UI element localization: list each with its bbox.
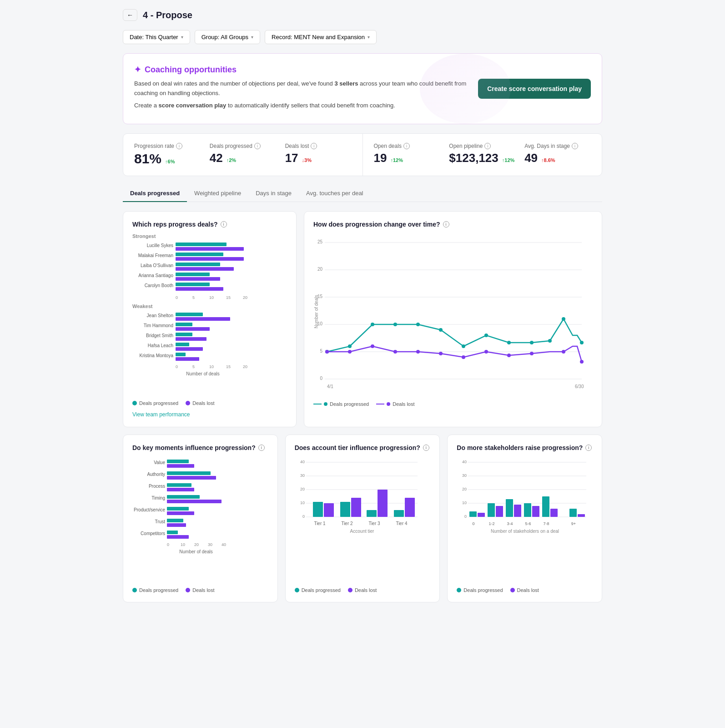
svg-rect-125 (378, 490, 388, 517)
svg-rect-12 (176, 277, 220, 281)
tab-weighted-pipeline[interactable]: Weighted pipeline (187, 185, 248, 202)
svg-rect-153 (569, 509, 577, 517)
svg-text:Number of deals: Number of deals (186, 371, 219, 376)
record-filter[interactable]: Record: MENT New and Expansion ▾ (265, 30, 377, 44)
svg-text:20: 20 (317, 267, 323, 272)
chevron-down-icon: ▾ (368, 35, 370, 40)
purple-line (376, 404, 384, 404)
svg-rect-5 (176, 253, 223, 256)
svg-text:Value: Value (154, 460, 165, 465)
coaching-card: ✦ Coaching opportunities Based on deal w… (123, 53, 602, 124)
svg-point-75 (462, 355, 465, 359)
group-filter[interactable]: Group: All Groups ▾ (195, 30, 260, 44)
purple-dot (186, 401, 190, 405)
info-icon[interactable]: i (484, 143, 491, 149)
svg-text:10: 10 (300, 500, 305, 505)
svg-text:Tier 2: Tier 2 (341, 521, 353, 526)
svg-text:0: 0 (320, 376, 322, 381)
svg-text:Jean Shelton: Jean Shelton (147, 313, 173, 318)
svg-point-66 (548, 339, 552, 343)
svg-rect-24 (176, 317, 230, 321)
coaching-content: ✦ Coaching opportunities Based on deal w… (134, 65, 478, 113)
svg-text:0: 0 (176, 295, 178, 300)
svg-point-57 (348, 344, 352, 348)
svg-text:5-6: 5-6 (525, 521, 531, 526)
svg-text:Carolyn Booth: Carolyn Booth (145, 283, 173, 288)
svg-text:Weakest: Weakest (132, 303, 153, 309)
svg-rect-148 (514, 505, 521, 517)
teal-dot (295, 588, 299, 592)
tab-avg-touches[interactable]: Avg. touches per deal (299, 185, 371, 202)
svg-rect-97 (167, 511, 194, 515)
svg-text:Strongest: Strongest (132, 233, 156, 239)
deals-lost-metric: Deals lost i 17 ↓3% (285, 143, 352, 167)
svg-text:5: 5 (192, 364, 195, 369)
info-icon[interactable]: i (311, 143, 317, 149)
svg-rect-85 (167, 464, 194, 468)
svg-text:40: 40 (300, 460, 305, 464)
svg-rect-29 (176, 333, 192, 336)
svg-rect-124 (367, 510, 377, 517)
svg-rect-2 (176, 243, 227, 246)
svg-text:6/30: 6/30 (575, 384, 584, 389)
teal-line (313, 404, 322, 404)
svg-text:40: 40 (462, 460, 467, 464)
svg-point-69 (325, 350, 329, 354)
info-icon[interactable]: i (221, 221, 227, 228)
svg-text:9+: 9+ (571, 521, 576, 526)
date-filter[interactable]: Date: This Quarter ▾ (123, 30, 190, 44)
reps-chart-card: Which reps progress deals? i Strongest L… (123, 211, 297, 427)
svg-text:Authority: Authority (147, 472, 165, 477)
metrics-left: Progression rate i 81% ↑6% Deals progres… (123, 134, 363, 176)
svg-rect-99 (167, 519, 183, 522)
svg-text:Tier 4: Tier 4 (396, 521, 408, 526)
info-icon[interactable]: i (443, 221, 449, 228)
svg-text:10: 10 (209, 295, 214, 300)
svg-text:4/1: 4/1 (327, 384, 333, 389)
svg-point-74 (439, 352, 443, 355)
info-icon[interactable]: i (585, 445, 592, 451)
svg-text:15: 15 (226, 295, 231, 300)
tab-days-in-stage[interactable]: Days in stage (248, 185, 299, 202)
coaching-title: ✦ Coaching opportunities (134, 65, 478, 75)
svg-text:Laiba O'Sullivan: Laiba O'Sullivan (141, 263, 173, 268)
svg-rect-122 (340, 502, 350, 517)
info-icon[interactable]: i (176, 143, 182, 149)
tab-deals-progressed[interactable]: Deals progressed (123, 185, 187, 202)
svg-rect-6 (176, 257, 244, 261)
teal-dot (132, 588, 137, 592)
svg-rect-11 (176, 273, 210, 276)
info-icon[interactable]: i (423, 445, 429, 451)
svg-point-76 (484, 350, 488, 354)
svg-point-67 (562, 317, 565, 321)
svg-text:Competitors: Competitors (141, 531, 165, 536)
svg-rect-27 (176, 327, 210, 331)
info-icon[interactable]: i (254, 143, 261, 149)
reps-chart-svg: Strongest Lucille Sykes Malakai Freeman … (132, 230, 287, 394)
svg-text:7-8: 7-8 (544, 521, 549, 526)
deals-progressed-metric: Deals progressed i 42 ↑2% (210, 143, 285, 167)
svg-point-58 (371, 323, 374, 326)
svg-text:Product/service: Product/service (134, 507, 165, 512)
teal-dot (457, 588, 461, 592)
svg-text:Kristina Montoya: Kristina Montoya (140, 353, 174, 358)
info-icon[interactable]: i (258, 445, 265, 451)
svg-text:0: 0 (464, 514, 467, 519)
info-icon[interactable]: i (403, 143, 410, 149)
create-score-button[interactable]: Create score conversation play (478, 79, 591, 99)
svg-text:30: 30 (462, 473, 467, 478)
svg-rect-120 (313, 502, 323, 517)
info-icon[interactable]: i (572, 143, 578, 149)
svg-text:20: 20 (243, 364, 247, 369)
back-button[interactable]: ← (123, 9, 137, 21)
progression-rate-metric: Progression rate i 81% ↑6% (134, 143, 210, 167)
svg-rect-127 (405, 498, 415, 517)
filter-bar: Date: This Quarter ▾ Group: All Groups ▾… (123, 30, 602, 44)
svg-text:15: 15 (226, 364, 231, 369)
purple-dot (510, 588, 515, 592)
view-team-link[interactable]: View team performance (132, 411, 190, 418)
svg-rect-154 (578, 514, 585, 517)
reps-chart-title: Which reps progress deals? i (132, 221, 287, 228)
avg-days-metric: Avg. Days in stage i 49 ↑8.6% (524, 143, 591, 167)
trend-indicator: ↑8.6% (541, 157, 555, 163)
